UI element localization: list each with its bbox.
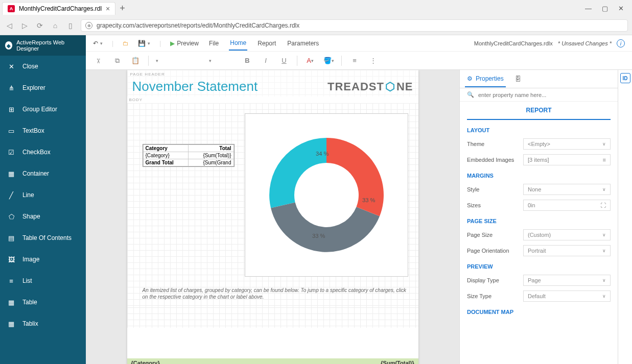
more-button[interactable]: ⋮: [367, 55, 379, 66]
sidebar-item-close[interactable]: ✕Close: [0, 56, 86, 77]
theme-select[interactable]: <Empty>∨: [523, 138, 611, 150]
search-icon: 🔍: [467, 91, 474, 98]
bookmark-button[interactable]: ▯: [65, 21, 76, 30]
status-label: * Unsaved Changes *: [558, 40, 612, 46]
font-color-button[interactable]: A ▾: [305, 55, 316, 66]
collapse-panel-button[interactable]: ID: [620, 73, 630, 83]
group-icon: ⊞: [7, 105, 15, 113]
property-search[interactable]: 🔍: [460, 88, 618, 102]
properties-tab[interactable]: ⚙ Properties: [465, 71, 506, 87]
properties-heading: REPORT: [467, 102, 611, 120]
sidebar-item-image[interactable]: 🖼Image: [0, 249, 86, 270]
forward-button[interactable]: ▷: [19, 21, 30, 30]
margin-style-select[interactable]: None∨: [523, 184, 611, 195]
sidebar-item-list[interactable]: ≡List: [0, 270, 86, 292]
sidebar-item-line[interactable]: ╱Line: [0, 184, 86, 206]
sidebar-item-toc[interactable]: ▤Table Of Contents: [0, 227, 86, 249]
back-button[interactable]: ◁: [4, 21, 14, 30]
summary-table[interactable]: CategoryTotal {Category}{Sum(Total)} Gra…: [143, 144, 235, 167]
textbox-icon: ▭: [7, 127, 15, 135]
minimize-button[interactable]: —: [585, 5, 592, 12]
sidebar-item-checkbox[interactable]: ☑CheckBox: [0, 141, 86, 163]
main-area: ↶ ▾ | 🗀 💾 ▾ | ▶ Preview File Home Report…: [86, 35, 632, 364]
sidebar: ◆ ActiveReports Web Designer ✕Close ⋔Exp…: [0, 35, 86, 364]
property-search-input[interactable]: [478, 92, 611, 98]
sidebar-item-table[interactable]: ▦Table: [0, 292, 86, 313]
line-icon: ╱: [7, 191, 15, 199]
sidebar-item-group-editor[interactable]: ⊞Group Editor: [0, 99, 86, 120]
tab-parameters[interactable]: Parameters: [286, 37, 320, 50]
note-text[interactable]: An itemized list of charges, grouped by …: [143, 287, 408, 300]
tab-home[interactable]: Home: [229, 36, 247, 51]
tab-close-icon[interactable]: ×: [106, 5, 110, 13]
tab-file[interactable]: File: [208, 37, 220, 50]
save-button[interactable]: 💾 ▾: [138, 40, 150, 47]
open-button[interactable]: 🗀: [123, 40, 129, 47]
sidebar-item-label: Table Of Contents: [22, 234, 72, 241]
reload-button[interactable]: ⟳: [35, 21, 45, 30]
embedded-images-field[interactable]: [3 items]≡: [523, 154, 611, 165]
filename-label: MonthlyCreditCardCharges.rdlx: [474, 40, 553, 46]
page-orientation-select[interactable]: Portrait∨: [523, 245, 611, 256]
url-bar[interactable]: ⊕ grapecity.com/activereportsnet/reports…: [81, 19, 628, 32]
sidebar-item-explorer[interactable]: ⋔Explorer: [0, 77, 86, 99]
brand-logo[interactable]: TREADST⬡NE: [327, 80, 413, 93]
display-type-select[interactable]: Page∨: [523, 275, 611, 286]
fill-color-button[interactable]: 🪣 ▾: [323, 55, 334, 66]
chevron-down-icon: ▾: [156, 58, 158, 63]
paste-button[interactable]: 📋: [130, 55, 141, 66]
copy-button[interactable]: ⧉: [111, 55, 123, 66]
url-text: grapecity.com/activereportsnet/reports/e…: [97, 22, 299, 29]
hierarchy-icon: ⋔: [7, 84, 15, 92]
maximize-button[interactable]: ▢: [602, 5, 608, 12]
right-rail: ID: [618, 70, 632, 364]
new-tab-button[interactable]: +: [120, 3, 125, 14]
sidebar-header: ◆ ActiveReports Web Designer: [0, 35, 86, 56]
window-controls: — ▢ ✕: [585, 5, 630, 12]
close-window-button[interactable]: ✕: [618, 5, 624, 12]
browser-tab[interactable]: A MonthlyCreditCardCharges.rdl ×: [2, 2, 115, 15]
body-label: BODY: [127, 96, 418, 103]
sidebar-item-shape[interactable]: ⬠Shape: [0, 206, 86, 227]
checkbox-icon: ☑: [7, 148, 15, 156]
sidebar-item-tablix[interactable]: ▦Tablix: [0, 313, 86, 334]
svg-text:34 %: 34 %: [316, 151, 329, 157]
preview-button[interactable]: ▶ Preview: [170, 40, 199, 47]
site-info-icon: ⊕: [85, 22, 92, 29]
category-band[interactable]: {Category} {Sum(Total)}: [127, 358, 418, 364]
sidebar-item-label: List: [22, 277, 32, 284]
info-icon[interactable]: i: [617, 39, 625, 47]
tab-title: MonthlyCreditCardCharges.rdl: [19, 5, 102, 12]
chevron-down-icon: ∨: [602, 232, 606, 237]
database-icon: 🗄: [515, 76, 521, 83]
page-size-select[interactable]: (Custom)∨: [523, 229, 611, 240]
sidebar-item-label: Group Editor: [22, 106, 57, 113]
home-button[interactable]: ⌂: [50, 21, 60, 30]
tab-report[interactable]: Report: [256, 37, 277, 50]
undo-button[interactable]: ↶ ▾: [93, 40, 103, 47]
design-canvas[interactable]: PAGE HEADER November Statement TREADST⬡N…: [86, 70, 459, 364]
font-family-select[interactable]: ▾: [156, 58, 202, 63]
sidebar-item-container[interactable]: ▦Container: [0, 163, 86, 184]
donut-chart[interactable]: 34 % 33 % 33 %: [245, 113, 408, 277]
brand-hex-icon: ⬡: [385, 80, 395, 93]
sidebar-item-label: Shape: [22, 213, 40, 220]
chevron-down-icon: ∨: [602, 248, 606, 253]
font-size-select[interactable]: ▾: [209, 58, 235, 63]
chevron-down-icon: ∨: [602, 294, 606, 299]
align-button[interactable]: ≡: [349, 55, 360, 66]
statement-title[interactable]: November Statement: [132, 79, 258, 94]
cut-button[interactable]: ✂: [93, 55, 104, 66]
italic-button[interactable]: I: [260, 55, 271, 66]
bold-button[interactable]: B: [242, 55, 253, 66]
underline-button[interactable]: U: [278, 55, 290, 66]
svg-text:33 %: 33 %: [362, 197, 376, 203]
chevron-down-icon: ∨: [602, 141, 606, 147]
sidebar-item-textbox[interactable]: ▭TextBox: [0, 120, 86, 141]
data-tab[interactable]: 🗄: [513, 71, 523, 87]
image-icon: 🖼: [7, 255, 15, 263]
margin-sizes-field[interactable]: 0in⛶: [523, 200, 611, 211]
section-margins: MARGINS: [467, 173, 611, 179]
size-type-select[interactable]: Default∨: [523, 290, 611, 302]
chevron-down-icon: ▾: [332, 58, 334, 63]
